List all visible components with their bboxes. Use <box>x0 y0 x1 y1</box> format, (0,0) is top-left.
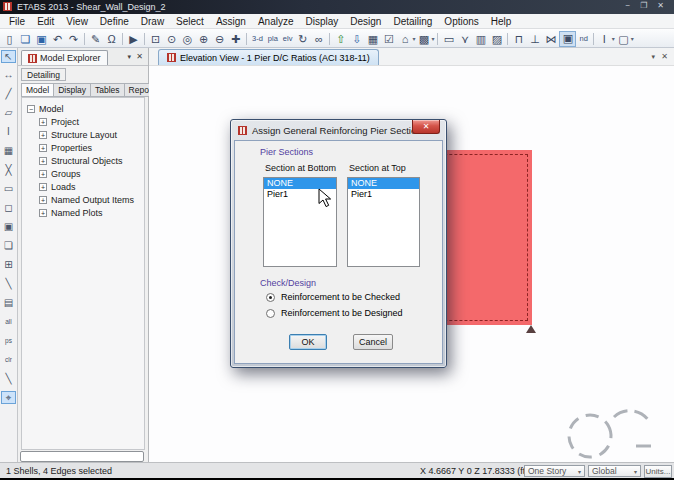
expand-icon[interactable]: + <box>39 196 47 204</box>
menu-analyze[interactable]: Analyze <box>252 16 300 27</box>
radio-unselected-icon[interactable] <box>266 309 275 318</box>
draw-floor-icon[interactable]: ▨ <box>489 31 504 47</box>
view-plan-icon[interactable]: pla <box>266 31 280 47</box>
edit-pencil-icon[interactable]: ✎ <box>88 31 103 47</box>
chevron-down-icon[interactable]: ▾ <box>431 35 434 42</box>
menu-file[interactable]: File <box>3 16 31 27</box>
menu-draw[interactable]: Draw <box>135 16 170 27</box>
run-analysis-icon[interactable]: ▶ <box>126 31 141 47</box>
open-file-icon[interactable]: ❏ <box>18 31 33 47</box>
frame-props-icon[interactable]: ⊓ <box>511 31 526 47</box>
chevron-down-icon[interactable]: ▾ <box>612 35 615 42</box>
move-story-down-icon[interactable]: ⇩ <box>349 31 364 47</box>
menu-design[interactable]: Design <box>344 16 387 27</box>
draw-deck-icon[interactable]: ▤ <box>1 296 16 310</box>
list-item-pier1[interactable]: Pier1 <box>348 189 419 200</box>
rendered-view-icon[interactable]: ▣ <box>559 31 576 47</box>
save-icon[interactable]: ▣ <box>34 31 49 47</box>
tab-model[interactable]: Model <box>21 83 54 97</box>
minimize-button[interactable]: − <box>625 1 630 10</box>
menu-display[interactable]: Display <box>300 16 345 27</box>
select-all-icon[interactable]: all <box>1 315 16 329</box>
expand-icon[interactable]: + <box>39 144 47 152</box>
chevron-down-icon[interactable]: ▾ <box>631 35 634 42</box>
model-explorer-tab[interactable]: Model Explorer <box>21 50 108 65</box>
draw-grid-icon[interactable]: ▦ <box>1 144 16 158</box>
chevron-down-icon[interactable]: ▾ <box>412 35 415 42</box>
building-view-icon[interactable]: ⌂ <box>397 31 412 47</box>
section-cut-icon[interactable]: I <box>597 31 612 47</box>
radio-selected-icon[interactable] <box>266 293 275 302</box>
panel-menu-caret-icon[interactable]: ▾ <box>127 53 131 61</box>
zoom-window-icon[interactable]: ⊡ <box>148 31 163 47</box>
menu-define[interactable]: Define <box>94 16 135 27</box>
tree-node-named-plots[interactable]: + Named Plots <box>27 206 144 219</box>
clear-selection-icon[interactable]: clr <box>1 353 16 367</box>
collapse-icon[interactable]: − <box>27 105 35 113</box>
select-previous-icon[interactable]: ps <box>1 334 16 348</box>
expand-icon[interactable]: + <box>39 183 47 191</box>
expand-icon[interactable]: + <box>39 209 47 217</box>
story-dropdown[interactable]: One Story ▾ <box>524 465 585 477</box>
object-options-icon[interactable]: ▦ <box>365 31 380 47</box>
draw-area-icon[interactable]: ◻ <box>1 201 16 215</box>
assign-support-icon[interactable]: ⊥ <box>527 31 542 47</box>
tree-node-structural-objects[interactable]: + Structural Objects <box>27 154 144 167</box>
expand-icon[interactable]: + <box>39 157 47 165</box>
zoom-full-icon[interactable]: ⊙ <box>164 31 179 47</box>
draw-joint-icon[interactable]: ⋎ <box>457 31 472 47</box>
tree-node-named-output-items[interactable]: + Named Output Items <box>27 193 144 206</box>
redo-icon[interactable]: ↷ <box>66 31 81 47</box>
pan-icon[interactable]: ✚ <box>228 31 243 47</box>
cancel-button[interactable]: Cancel <box>353 334 393 350</box>
tree-node-label[interactable]: Loads <box>51 182 76 192</box>
tab-elevation-view[interactable]: Elevation View - 1 Pier D/C Ratios (ACI … <box>158 49 379 65</box>
tree-node-label[interactable]: Properties <box>51 143 92 153</box>
units-button[interactable]: Units... <box>644 465 672 478</box>
draw-ref-point-icon[interactable]: ⊞ <box>1 258 16 272</box>
lock-model-icon[interactable]: Ω <box>104 31 119 47</box>
more-tools-icon[interactable]: ▢ <box>616 31 631 47</box>
tree-node-loads[interactable]: + Loads <box>27 180 144 193</box>
maximize-button[interactable]: ❐ <box>640 1 647 10</box>
rotate-view-icon[interactable]: ↻ <box>295 31 310 47</box>
expand-icon[interactable]: + <box>39 131 47 139</box>
menu-select[interactable]: Select <box>170 16 210 27</box>
draw-line-icon[interactable]: ╱ <box>1 87 16 101</box>
radio-reinforcement-designed[interactable]: Reinforcement to be Designed <box>266 308 403 318</box>
expand-icon[interactable]: + <box>39 118 47 126</box>
menu-options[interactable]: Options <box>438 16 484 27</box>
menu-detailing[interactable]: Detailing <box>387 16 438 27</box>
draw-window-icon[interactable]: ❏ <box>1 239 16 253</box>
dialog-close-button[interactable]: ✕ <box>412 120 440 134</box>
object-shrink-icon[interactable]: ▩ <box>416 31 431 47</box>
move-story-up-icon[interactable]: ⇧ <box>333 31 348 47</box>
draw-ibeam-icon[interactable]: I <box>1 125 16 139</box>
draw-null-line-icon[interactable]: ╲ <box>1 277 16 291</box>
view-elevation-icon[interactable]: elv <box>281 31 295 47</box>
menu-help[interactable]: Help <box>485 16 518 27</box>
new-model-icon[interactable]: ▯ <box>2 31 17 47</box>
draw-poly-icon[interactable]: ▱ <box>1 106 16 120</box>
bottom-edit-box[interactable] <box>20 451 144 462</box>
tab-tables[interactable]: Tables <box>91 83 125 97</box>
tree-node-groups[interactable]: + Groups <box>27 167 144 180</box>
tree-node-label[interactable]: Model <box>39 104 64 114</box>
view-3d-icon[interactable]: 3-d <box>250 31 265 47</box>
assign-mesh-icon[interactable]: ⋈ <box>543 31 558 47</box>
draw-wall-icon[interactable]: ▥ <box>473 31 488 47</box>
expand-icon[interactable]: + <box>39 170 47 178</box>
menu-view[interactable]: View <box>60 16 94 27</box>
undo-icon[interactable]: ↶ <box>50 31 65 47</box>
zoom-previous-icon[interactable]: ◎ <box>180 31 195 47</box>
pointer-icon[interactable]: ↖ <box>1 50 16 63</box>
section-top-list[interactable]: NONE Pier1 <box>347 177 420 267</box>
ok-button[interactable]: OK <box>289 334 327 350</box>
draw-rect-area-icon[interactable]: ▣ <box>1 220 16 234</box>
tree-node-model[interactable]: − Model <box>27 102 144 115</box>
tab-display[interactable]: Display <box>54 83 91 97</box>
panel-close-icon[interactable]: ✕ <box>136 52 143 61</box>
zoom-in-icon[interactable]: ⊕ <box>196 31 211 47</box>
tree-node-properties[interactable]: + Properties <box>27 141 144 154</box>
view-menu-caret-icon[interactable]: ▾ <box>651 53 655 61</box>
